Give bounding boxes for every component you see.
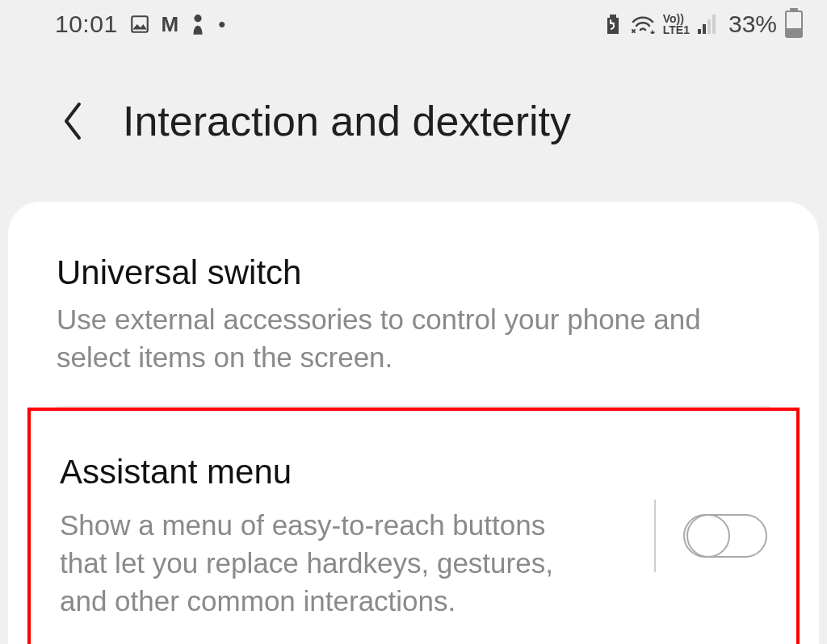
setting-desc: Show a menu of easy-to-reach buttons tha… (60, 506, 593, 621)
lte-label: LTE1 (663, 24, 690, 36)
setting-title: Universal switch (57, 253, 770, 292)
page-title: Interaction and dexterity (123, 97, 571, 145)
status-left: 10:01 M • (55, 10, 225, 38)
gmail-icon: M (162, 12, 178, 37)
setting-title: Assistant menu (60, 453, 635, 491)
toggle-knob (686, 514, 730, 558)
svg-rect-4 (707, 19, 711, 34)
setting-assistant-menu[interactable]: Assistant menu Show a menu of easy-to-re… (27, 408, 800, 645)
volte-label: Vo)) (663, 13, 684, 24)
chevron-left-icon (61, 101, 84, 141)
svg-rect-0 (132, 16, 148, 32)
assistant-menu-toggle[interactable] (683, 514, 767, 558)
sync-icon (603, 13, 623, 36)
person-icon (189, 13, 207, 36)
battery-percent: 33% (728, 10, 777, 38)
svg-rect-2 (698, 29, 701, 34)
setting-desc: Use external accessories to control your… (57, 300, 719, 377)
wifi-icon (631, 15, 655, 34)
battery-icon (785, 10, 803, 38)
vertical-divider (654, 500, 656, 572)
network-lte-icon: Vo)) LTE1 (663, 13, 690, 36)
signal-icon (698, 15, 720, 34)
settings-card: Universal switch Use external accessorie… (8, 202, 819, 644)
picture-icon (129, 14, 150, 35)
status-bar: 10:01 M • (0, 0, 827, 48)
svg-point-1 (195, 15, 202, 22)
page-header: Interaction and dexterity (0, 48, 827, 202)
back-button[interactable] (55, 97, 90, 145)
status-right: Vo)) LTE1 33% (603, 10, 803, 38)
setting-universal-switch[interactable]: Universal switch Use external accessorie… (8, 240, 819, 403)
more-icon: • (218, 14, 225, 35)
svg-rect-5 (712, 15, 716, 34)
status-clock: 10:01 (55, 10, 118, 38)
svg-rect-3 (703, 24, 706, 34)
